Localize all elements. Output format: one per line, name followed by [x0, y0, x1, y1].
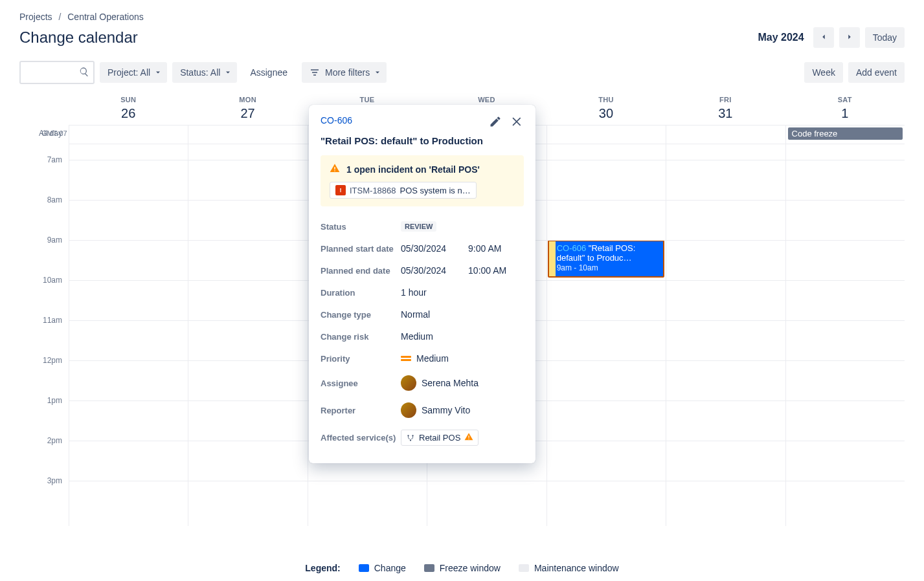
event-time: 9am - 10am	[557, 263, 598, 272]
start-label: Planned start date	[321, 244, 401, 254]
change-risk-value: Medium	[401, 331, 524, 342]
end-date: 05/30/2024	[401, 265, 446, 276]
time-label: 10am	[43, 276, 62, 285]
allday-cell-thu[interactable]	[547, 126, 666, 144]
svg-rect-6	[469, 439, 469, 439]
breadcrumb-current[interactable]: Central Operations	[67, 12, 144, 22]
duration-value: 1 hour	[401, 287, 524, 298]
month-label: May 2024	[758, 32, 804, 43]
legend-change: Change	[359, 563, 406, 573]
incident-key: ITSM-18868	[350, 186, 396, 195]
breadcrumb: Projects / Central Operations	[19, 12, 905, 22]
time-label: 8am	[47, 195, 62, 204]
breadcrumb-projects[interactable]: Projects	[19, 12, 52, 22]
edit-icon[interactable]	[489, 115, 502, 130]
allday-event-code-freeze[interactable]: Code freeze	[788, 127, 903, 140]
calendar-event[interactable]: CO-606 "Retail POS: default" to Produc…9…	[548, 240, 664, 278]
filter-icon	[310, 67, 320, 78]
legend-freeze: Freeze window	[424, 563, 501, 573]
assignee-avatar[interactable]	[401, 375, 416, 391]
svg-point-2	[407, 435, 409, 436]
status-label: Status	[321, 222, 401, 232]
time-label: 2pm	[47, 436, 62, 445]
chevron-down-icon	[224, 69, 232, 76]
day-header-sat: SAT1	[785, 91, 905, 125]
day-col-thu[interactable]: CO-606 "Retail POS: default" to Produc…9…	[547, 144, 666, 526]
close-icon[interactable]	[511, 115, 524, 130]
chevron-down-icon	[154, 69, 162, 76]
time-label: 1pm	[47, 396, 62, 405]
change-risk-label: Change risk	[321, 332, 401, 342]
time-label: 9am	[47, 236, 62, 245]
project-filter[interactable]: Project: All	[100, 62, 167, 83]
timezone-label: GMT-07	[41, 129, 67, 137]
day-header-mon: MON27	[188, 91, 307, 125]
assignee-label: Assignee	[321, 378, 401, 388]
day-col-mon[interactable]	[188, 144, 307, 526]
day-col-fri[interactable]	[666, 144, 785, 526]
status-lozenge[interactable]: REVIEW	[401, 221, 436, 232]
event-key: CO-606	[557, 243, 587, 253]
reporter-label: Reporter	[321, 406, 401, 415]
next-button[interactable]	[839, 27, 860, 48]
incident-banner-text: 1 open incident on 'Retail POS'	[346, 164, 480, 175]
add-event-button[interactable]: Add event	[848, 62, 905, 83]
time-label: 3pm	[47, 476, 62, 485]
priority-value: Medium	[416, 353, 449, 364]
incident-summary: POS system is n…	[400, 186, 471, 195]
service-chip[interactable]: Retail POS	[401, 430, 479, 446]
end-time: 10:00 AM	[468, 265, 506, 276]
chevron-left-icon	[819, 32, 828, 43]
search-input[interactable]	[19, 61, 95, 84]
allday-cell-mon[interactable]	[188, 126, 307, 144]
incident-warning-panel: 1 open incident on 'Retail POS' ! ITSM-1…	[321, 155, 524, 206]
card-title: "Retail POS: default" to Production	[321, 135, 524, 146]
search-icon	[79, 67, 89, 79]
svg-rect-0	[334, 167, 335, 170]
swatch-freeze	[424, 564, 434, 572]
service-icon	[406, 433, 415, 443]
warning-icon	[330, 163, 340, 175]
incident-type-icon: !	[335, 185, 346, 195]
reporter-value: Sammy Vito	[422, 405, 470, 415]
reporter-avatar[interactable]	[401, 402, 416, 418]
svg-rect-5	[469, 435, 469, 438]
day-col-sat[interactable]	[785, 144, 905, 526]
today-button[interactable]: Today	[865, 27, 905, 48]
assignee-value: Serena Mehta	[422, 378, 479, 388]
start-date: 05/30/2024	[401, 243, 446, 254]
event-warning-stripe	[548, 240, 556, 278]
svg-rect-1	[334, 170, 335, 171]
more-filters-button[interactable]: More filters	[302, 62, 387, 83]
start-time: 9:00 AM	[468, 243, 501, 254]
time-label: 12pm	[43, 356, 62, 365]
incident-chip[interactable]: ! ITSM-18868 POS system is n…	[330, 182, 477, 199]
allday-cell-sun[interactable]	[69, 126, 188, 144]
warning-icon	[464, 432, 473, 443]
legend-label: Legend:	[305, 563, 340, 573]
end-label: Planned end date	[321, 266, 401, 276]
svg-point-3	[412, 435, 413, 436]
chevron-right-icon	[845, 32, 854, 43]
day-header-fri: FRI31	[666, 91, 785, 125]
card-issue-key[interactable]: CO-606	[321, 115, 352, 126]
status-filter[interactable]: Status: All	[172, 62, 237, 83]
allday-cell-fri[interactable]	[666, 126, 785, 144]
assignee-filter[interactable]: Assignee	[242, 62, 297, 83]
allday-cell-sat[interactable]: Code freeze	[785, 126, 905, 144]
day-header-sun: SUN26	[69, 91, 188, 125]
day-col-sun[interactable]	[69, 144, 188, 526]
chevron-down-icon	[374, 69, 381, 76]
services-label: Affected service(s)	[321, 433, 401, 443]
duration-label: Duration	[321, 288, 401, 298]
priority-medium-icon	[401, 356, 411, 361]
week-button[interactable]: Week	[804, 62, 843, 83]
day-header-thu: THU30	[547, 91, 666, 125]
change-type-value: Normal	[401, 309, 524, 320]
time-label: 11am	[43, 316, 62, 325]
page-title: Change calendar	[19, 28, 138, 47]
event-details-popover: CO-606 "Retail POS: default" to Producti…	[309, 105, 535, 463]
swatch-maint	[519, 564, 529, 572]
priority-label: Priority	[321, 354, 401, 364]
prev-button[interactable]	[813, 27, 834, 48]
